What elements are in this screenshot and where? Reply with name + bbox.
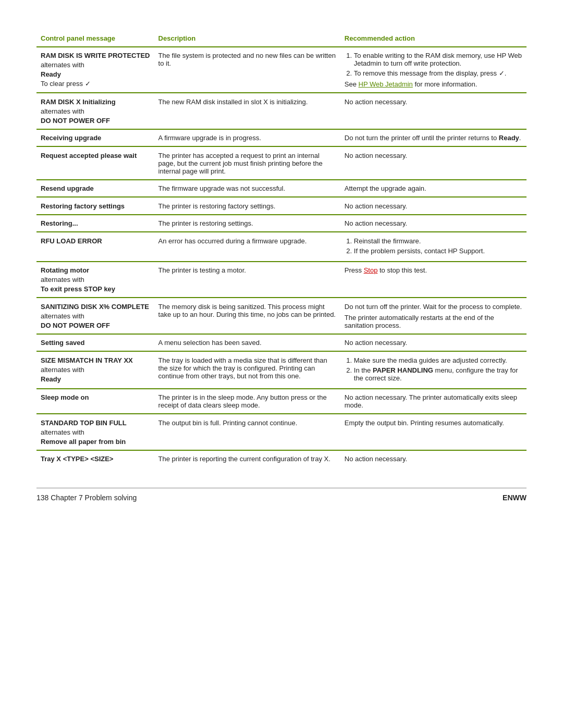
table-row: Resend upgradeThe firmware upgrade was n…	[36, 180, 527, 197]
table-row: Restoring...The printer is restoring set…	[36, 215, 527, 232]
control-cell-setting-saved: Setting saved	[36, 335, 154, 351]
control-label: RAM DISK IS WRITE PROTECTED	[41, 52, 150, 59]
control-label: STANDARD TOP BIN FULL	[41, 419, 127, 427]
action-item: Make sure the media guides are adjusted …	[354, 356, 522, 364]
control-label: RAM DISK X Initializing	[41, 98, 116, 106]
action-item: Reinstall the firmware.	[354, 237, 522, 245]
control-label: Rotating motor	[41, 266, 89, 274]
control-label: Setting saved	[41, 339, 85, 347]
action-cell-size-mismatch: Make sure the media guides are adjusted …	[340, 352, 527, 389]
action-text: Empty the output bin. Printing resumes a…	[345, 419, 522, 427]
action-list: Make sure the media guides are adjusted …	[345, 356, 522, 382]
description-cell-tray-x-type-size: The printer is reporting the current con…	[154, 451, 340, 467]
control-cell-request-accepted: Request accepted please wait	[36, 147, 154, 180]
control-label: SANITIZING DISK X% COMPLETE	[41, 303, 149, 311]
control-label: Resend upgrade	[41, 184, 94, 192]
control-label: Request accepted please wait	[41, 152, 137, 159]
control-label: Sleep mode on	[41, 393, 89, 401]
header-description: Description	[154, 31, 340, 47]
control-cell-rotating-motor: Rotating motoralternates withTo exit pre…	[36, 262, 154, 298]
action-cell-tray-x-type-size: No action necessary.	[340, 451, 527, 467]
control-sub-label: alternates with	[41, 366, 150, 374]
table-row: Rotating motoralternates withTo exit pre…	[36, 262, 527, 298]
footer-enww: ENWW	[503, 493, 527, 502]
table-row: RFU LOAD ERRORAn error has occurred duri…	[36, 233, 527, 262]
action-list: To enable writing to the RAM disk memory…	[345, 52, 522, 77]
action-item: To enable writing to the RAM disk memory…	[354, 52, 522, 67]
main-table: Control panel message Description Recomm…	[36, 31, 527, 467]
action-link[interactable]: Stop	[364, 266, 378, 274]
action-note: See HP Web Jetadmin for more information…	[345, 80, 522, 88]
action-link[interactable]: HP Web Jetadmin	[359, 80, 413, 88]
action-cell-ram-disk-write-protected: To enable writing to the RAM disk memory…	[340, 47, 527, 93]
description-cell-sanitizing-disk: The memory disk is being sanitized. This…	[154, 299, 340, 334]
action-item: To remove this message from the display,…	[354, 69, 522, 77]
control-sub-label: Ready	[41, 375, 150, 383]
description-cell-resend-upgrade: The firmware upgrade was not successful.	[154, 180, 340, 197]
control-cell-resend-upgrade: Resend upgrade	[36, 180, 154, 197]
control-sub-label: alternates with	[41, 107, 150, 115]
control-sub-label: DO NOT POWER OFF	[41, 322, 150, 329]
control-cell-standard-top-bin-full: STANDARD TOP BIN FULLalternates withRemo…	[36, 415, 154, 450]
action-cell-restoring-factory: No action necessary.	[340, 198, 527, 215]
control-cell-size-mismatch: SIZE MISMATCH IN TRAY XXalternates withR…	[36, 352, 154, 389]
action-cell-restoring: No action necessary.	[340, 215, 527, 232]
control-label: Restoring factory settings	[41, 202, 125, 210]
action-text: No action necessary.	[345, 219, 522, 227]
action-cell-rfu-load-error: Reinstall the firmware.If the problem pe…	[340, 233, 527, 262]
table-row: Sleep mode onThe printer is in the sleep…	[36, 389, 527, 414]
control-cell-sanitizing-disk: SANITIZING DISK X% COMPLETEalternates wi…	[36, 299, 154, 334]
header-control: Control panel message	[36, 31, 154, 47]
control-cell-tray-x-type-size: Tray X <TYPE> <SIZE>	[36, 451, 154, 467]
action-text: Press Stop to stop this test.	[345, 266, 522, 274]
page: Control panel message Description Recomm…	[0, 0, 563, 533]
action-cell-resend-upgrade: Attempt the upgrade again.	[340, 180, 527, 197]
action-text: No action necessary.	[345, 98, 522, 106]
action-text: Attempt the upgrade again.	[345, 184, 522, 192]
control-label: Tray X <TYPE> <SIZE>	[41, 455, 113, 463]
action-text: Do not turn off the printer. Wait for th…	[345, 303, 522, 311]
description-cell-request-accepted: The printer has accepted a request to pr…	[154, 147, 340, 180]
control-sub-label: alternates with	[41, 276, 150, 283]
table-row: Receiving upgradeA firmware upgrade is i…	[36, 130, 527, 146]
control-cell-ram-disk-x-initializing: RAM DISK X Initializingalternates withDO…	[36, 94, 154, 129]
action-cell-sleep-mode: No action necessary. The printer automat…	[340, 389, 527, 414]
action-cell-ram-disk-x-initializing: No action necessary.	[340, 94, 527, 129]
table-row: RAM DISK X Initializingalternates withDO…	[36, 94, 527, 129]
description-cell-rfu-load-error: An error has occurred during a firmware …	[154, 233, 340, 262]
action-text: No action necessary.	[345, 152, 522, 159]
action-cell-setting-saved: No action necessary.	[340, 335, 527, 351]
table-row: SANITIZING DISK X% COMPLETEalternates wi…	[36, 299, 527, 334]
control-label: Receiving upgrade	[41, 134, 101, 142]
control-sub-label: alternates with	[41, 61, 150, 69]
action-text: No action necessary.	[345, 202, 522, 210]
control-cell-ram-disk-write-protected: RAM DISK IS WRITE PROTECTEDalternates wi…	[36, 47, 154, 93]
page-footer: 138 Chapter 7 Problem solving ENWW	[36, 488, 527, 502]
table-header: Control panel message Description Recomm…	[36, 31, 527, 47]
control-cell-sleep-mode: Sleep mode on	[36, 389, 154, 414]
description-cell-setting-saved: A menu selection has been saved.	[154, 335, 340, 351]
action-text: No action necessary.	[345, 339, 522, 347]
action-item: In the PAPER HANDLING menu, configure th…	[354, 366, 522, 382]
description-cell-standard-top-bin-full: The output bin is full. Printing cannot …	[154, 415, 340, 450]
description-cell-restoring-factory: The printer is restoring factory setting…	[154, 198, 340, 215]
control-sub-label: alternates with	[41, 312, 150, 320]
control-sub-label: Ready	[41, 70, 150, 78]
table-row: Request accepted please waitThe printer …	[36, 147, 527, 180]
action-text: The printer automatically restarts at th…	[345, 314, 522, 329]
action-cell-sanitizing-disk: Do not turn off the printer. Wait for th…	[340, 299, 527, 334]
control-sub-label: Remove all paper from bin	[41, 438, 150, 446]
control-label: SIZE MISMATCH IN TRAY XX	[41, 356, 133, 364]
action-text: No action necessary. The printer automat…	[345, 393, 522, 409]
action-cell-request-accepted: No action necessary.	[340, 147, 527, 180]
action-text: No action necessary.	[345, 455, 522, 463]
action-cell-rotating-motor: Press Stop to stop this test.	[340, 262, 527, 298]
action-list: Reinstall the firmware.If the problem pe…	[345, 237, 522, 255]
control-sub-label: alternates with	[41, 428, 150, 436]
control-label: RFU LOAD ERROR	[41, 237, 102, 245]
description-cell-receiving-upgrade: A firmware upgrade is in progress.	[154, 130, 340, 146]
control-cell-rfu-load-error: RFU LOAD ERROR	[36, 233, 154, 262]
action-cell-standard-top-bin-full: Empty the output bin. Printing resumes a…	[340, 415, 527, 450]
action-text: Do not turn the printer off until the pr…	[345, 134, 522, 142]
description-cell-ram-disk-write-protected: The file system is protected and no new …	[154, 47, 340, 93]
